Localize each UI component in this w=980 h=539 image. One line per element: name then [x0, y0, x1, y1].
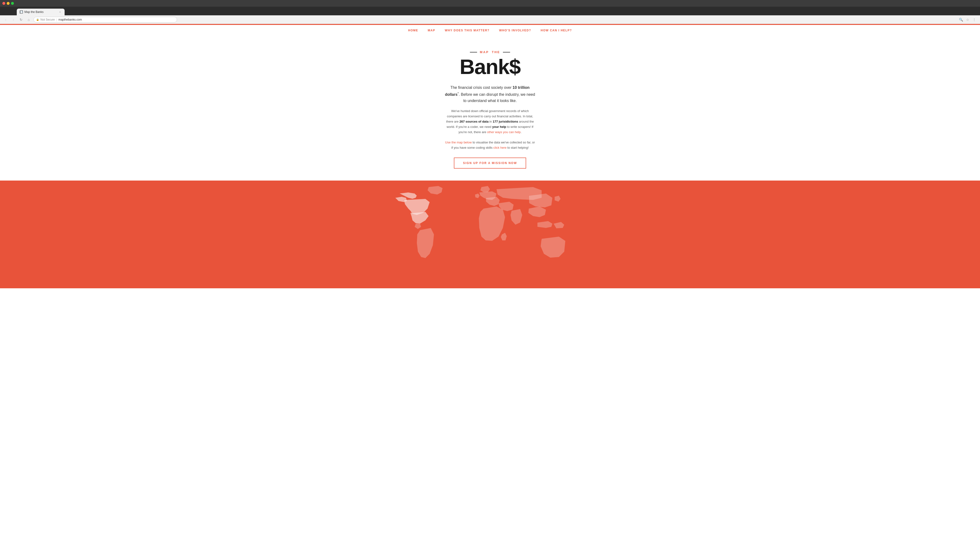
nav-map[interactable]: MAP: [428, 29, 435, 32]
desc-bold3: your help: [492, 125, 506, 129]
hero-section: MAP THE Bank$ The financial crisis cost …: [0, 36, 980, 180]
search-button[interactable]: 🔍: [958, 17, 964, 22]
browser-nav-bar: ‹ › ↻ ⌂ 🔒 Not Secure | mapthebanks.com 🔍…: [0, 15, 980, 24]
hero-description: We've hunted down official government re…: [445, 108, 535, 135]
right-dash: [503, 52, 510, 53]
cta-suffix: to start helping!: [506, 146, 529, 150]
tagline-suffix: . Before we can disrupt the industry, we…: [459, 92, 535, 103]
menu-button[interactable]: ⋮: [971, 17, 977, 22]
window-close-dot[interactable]: [2, 2, 5, 5]
hero-title: Bank$: [5, 56, 975, 77]
hero-map-text: MAP: [480, 50, 489, 54]
home-button[interactable]: ⌂: [26, 17, 32, 22]
back-button[interactable]: ‹: [3, 17, 9, 22]
tab-favicon: 📄: [20, 10, 23, 14]
browser-chrome: [0, 0, 980, 7]
window-maximize-dot[interactable]: [11, 2, 14, 5]
desc-mid: in: [488, 120, 493, 123]
bookmark-button[interactable]: ☆: [965, 17, 970, 22]
address-bar[interactable]: 🔒 Not Secure | mapthebanks.com: [33, 17, 177, 22]
left-dash: [470, 52, 477, 53]
hero-the-text: THE: [492, 50, 500, 54]
nav-help[interactable]: HOW CAN I HELP?: [541, 29, 572, 32]
signup-button[interactable]: SIGN UP FOR A MISSION NOW: [454, 158, 526, 169]
tagline-prefix: The financial crisis cost society over: [450, 86, 513, 89]
world-map: [382, 180, 598, 288]
tab-close-button[interactable]: ×: [58, 10, 62, 14]
site-nav: HOME MAP WHY DOES THIS MATTER? WHO'S INV…: [0, 25, 980, 36]
nav-why[interactable]: WHY DOES THIS MATTER?: [445, 29, 490, 32]
hero-cta-text: Use the map below to visualise the data …: [445, 140, 535, 150]
forward-button[interactable]: ›: [11, 17, 16, 22]
window-minimize-dot[interactable]: [7, 2, 10, 5]
tab-title: Map the Banks: [24, 10, 43, 14]
nav-who[interactable]: WHO'S INVOLVED?: [499, 29, 531, 32]
tab-bar: 📄 Map the Banks ×: [0, 7, 980, 15]
security-label: Not Secure: [40, 18, 55, 21]
desc-period: .: [520, 130, 522, 134]
nav-home[interactable]: HOME: [408, 29, 418, 32]
address-separator: |: [56, 18, 57, 21]
url-text: mapthebanks.com: [58, 18, 82, 21]
map-section: [0, 180, 980, 288]
desc-bold2: 177 jurisidictions: [493, 120, 518, 123]
refresh-button[interactable]: ↻: [18, 17, 24, 22]
desc-bold1: 267 sources of data: [460, 120, 488, 123]
nav-right-buttons: 🔍 ☆ ⋮: [958, 17, 977, 22]
use-map-link[interactable]: Use the map below: [445, 140, 472, 144]
security-icon: 🔒: [36, 18, 39, 21]
browser-tab[interactable]: 📄 Map the Banks ×: [17, 9, 65, 15]
click-here-link[interactable]: click here: [493, 146, 506, 150]
hero-subtitle: MAP THE: [5, 50, 975, 54]
hero-tagline: The financial crisis cost society over 1…: [445, 85, 535, 104]
other-ways-link[interactable]: other ways you can help: [487, 130, 520, 134]
